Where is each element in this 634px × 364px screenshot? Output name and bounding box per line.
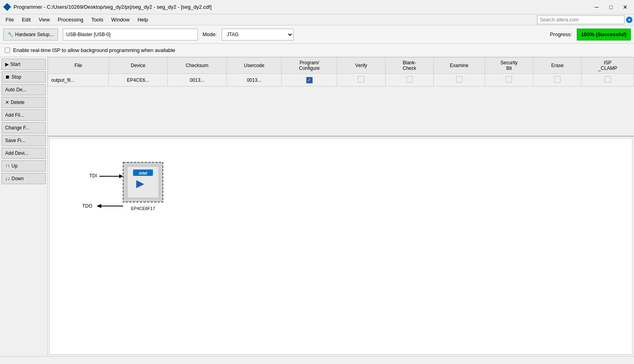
toolbar: 🔧 Hardware Setup... Mode: JTAG Passive S… [0,25,634,44]
stop-button[interactable]: ⏹ Stop [2,71,46,83]
row-device: EP4CE6... [109,74,168,87]
delete-button[interactable]: ✕ Delete [2,97,46,108]
close-button[interactable]: ✕ [620,2,631,13]
add-device-button[interactable]: Add Devi... [2,148,46,159]
col-device: Device [109,58,168,74]
row-isp-clamp[interactable] [582,74,634,87]
security-bit-checkbox[interactable] [506,76,512,83]
row-program[interactable]: ✓ [282,74,337,87]
erase-checkbox[interactable] [554,76,561,83]
row-examine[interactable] [433,74,485,87]
tdi-arrowhead [119,174,123,178]
content-area: File Device Checksum Usercode Program/Co… [48,57,634,356]
up-button[interactable]: ↑↑ Up [2,160,46,171]
save-file-button[interactable]: Save Fi... [2,135,46,146]
main-area: ▶ Start ⏹ Stop Auto De... ✕ Delete Add F… [0,57,634,356]
row-erase[interactable] [533,74,581,87]
col-file: File [48,58,109,74]
isp-row: Enable real-time ISP to allow background… [0,44,634,57]
restore-button[interactable]: □ [605,2,617,13]
menu-bar: File Edit View Processing Tools Window H… [0,14,634,25]
row-blank-check[interactable] [385,74,433,87]
app-icon [3,3,11,11]
col-program: Program/Configure [282,58,337,74]
table-row: output_fil... EP4CE6... 0013... 0013... … [48,74,634,87]
programmer-table: File Device Checksum Usercode Program/Co… [48,57,634,87]
hw-setup-label: Hardware Setup... [15,32,54,37]
change-file-button[interactable]: Change F... [2,122,46,133]
col-blank-check: Blank-Check [385,58,433,74]
start-icon: ▶ [5,62,9,67]
progress-value: 100% (Successful) [577,29,631,40]
examine-checkbox[interactable] [456,76,462,83]
verify-checkbox[interactable] [358,76,364,83]
search-icon: ● [626,17,632,23]
search-area: ● [537,15,632,24]
stop-icon: ⏹ [5,74,10,80]
down-icon: ↓↓ [5,176,10,181]
program-checkbox[interactable]: ✓ [306,77,313,83]
chip-name-label: EP4CE6F17 [131,206,155,211]
jtag-diagram: TDI intel EP4CE6F17 TDO [50,139,632,354]
title-bar: Programmer - C:/Users/10269/Desktop/seg_… [0,0,634,14]
col-checksum: Checksum [168,58,227,74]
add-file-button[interactable]: Add Fil... [2,110,46,121]
blank-check-checkbox[interactable] [406,76,413,83]
search-input[interactable] [537,15,624,24]
menu-file[interactable]: File [2,15,18,24]
sidebar: ▶ Start ⏹ Stop Auto De... ✕ Delete Add F… [0,57,48,356]
menu-view[interactable]: View [35,15,54,24]
col-examine: Examine [433,58,485,74]
auto-detect-button[interactable]: Auto De... [2,84,46,95]
row-file: output_fil... [48,74,109,87]
mode-label: Mode: [203,31,217,37]
title-text: Programmer - C:/Users/10269/Desktop/seg_… [14,4,591,10]
col-usercode: Usercode [227,58,282,74]
up-icon: ↑↑ [5,163,10,169]
minimize-button[interactable]: ─ [591,2,602,13]
status-bar [0,356,634,364]
row-security-bit[interactable] [485,74,533,87]
col-security-bit: SecurityBit [485,58,533,74]
menu-help[interactable]: Help [133,15,152,24]
progress-label: Progress: [550,31,572,37]
menu-edit[interactable]: Edit [18,15,35,24]
tdo-label: TDO [82,203,92,209]
hardware-input[interactable] [63,29,198,40]
row-usercode: 0013... [227,74,282,87]
isp-clamp-checkbox[interactable] [605,76,611,83]
down-button[interactable]: ↓↓ Down [2,173,46,184]
menu-processing[interactable]: Processing [54,15,87,24]
row-checksum: 0013... [168,74,227,87]
tdi-label: TDI [89,173,97,179]
col-verify: Verify [337,58,385,74]
delete-icon: ✕ [5,100,9,105]
hardware-setup-button[interactable]: 🔧 Hardware Setup... [3,29,58,40]
col-isp-clamp: ISP_CLAMP [582,58,634,74]
intel-badge-text: intel [139,171,147,175]
col-erase: Erase [533,58,581,74]
diagram-area: TDI intel EP4CE6F17 TDO [49,138,632,354]
row-verify[interactable] [337,74,385,87]
menu-window[interactable]: Window [107,15,133,24]
start-button[interactable]: ▶ Start [2,59,46,70]
window-controls: ─ □ ✕ [591,2,631,13]
isp-label: Enable real-time ISP to allow background… [13,47,175,53]
mode-select[interactable]: JTAG Passive Serial Active Serial Progra… [222,29,294,40]
isp-checkbox[interactable] [5,48,10,53]
tdo-arrowhead [97,204,101,208]
hw-setup-icon: 🔧 [8,32,14,37]
table-area: File Device Checksum Usercode Program/Co… [48,57,634,137]
menu-tools[interactable]: Tools [87,15,107,24]
